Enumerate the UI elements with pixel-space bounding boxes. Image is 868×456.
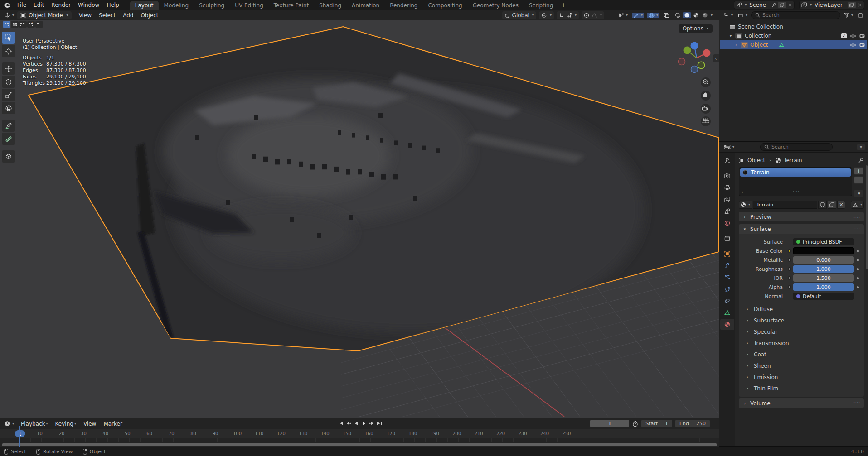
falloff-curve-icon[interactable] xyxy=(591,13,597,18)
workspace-tab-texture-paint[interactable]: Texture Paint xyxy=(269,1,314,10)
timeline-ruler[interactable]: 1 10203040506070809010011012013014015016… xyxy=(0,429,719,438)
outliner-editor-type-button[interactable]: ▾ xyxy=(722,13,734,18)
transform-tool[interactable] xyxy=(2,102,15,114)
subpanel-transmission[interactable]: ›Transmission xyxy=(739,337,862,349)
pivot-point-dropdown[interactable]: ▾ xyxy=(539,11,554,19)
mode-dropdown[interactable]: Object Mode ▾ xyxy=(17,11,72,19)
jump-to-end-button[interactable] xyxy=(376,419,383,427)
outliner-row-scene-collection[interactable]: Scene Collection xyxy=(720,22,867,31)
new-material-button[interactable] xyxy=(828,201,836,209)
properties-search-input[interactable]: Search xyxy=(760,143,833,151)
particles-tab[interactable] xyxy=(720,272,734,283)
shading-material-button[interactable] xyxy=(692,12,700,18)
field-base-color[interactable] xyxy=(793,247,854,254)
preview-panel-header[interactable]: › Preview :::: xyxy=(739,212,864,221)
scale-tool[interactable] xyxy=(2,89,15,101)
new-viewlayer-button[interactable] xyxy=(848,2,856,8)
timeline-menu-keying[interactable]: Keying▾ xyxy=(52,420,80,427)
select-mode-intersect[interactable] xyxy=(35,21,43,28)
next-keyframe-button[interactable] xyxy=(368,419,375,427)
delete-viewlayer-button[interactable]: × xyxy=(858,2,862,8)
menu-window[interactable]: Window xyxy=(74,1,103,9)
gizmo-axis-x-neg[interactable] xyxy=(679,58,685,65)
view-layer-tab[interactable] xyxy=(720,194,734,205)
viewport-menu-view[interactable]: View xyxy=(75,12,95,19)
viewlayer-selector[interactable]: ▾ ViewLayer × xyxy=(799,1,864,9)
shading-wireframe-button[interactable] xyxy=(674,12,682,18)
menu-edit[interactable]: Edit xyxy=(30,1,48,9)
current-frame-field[interactable]: 1 xyxy=(590,420,629,427)
collection-properties-tab[interactable] xyxy=(720,233,734,244)
subpanel-sheen[interactable]: ›Sheen xyxy=(739,360,862,371)
zoom-button[interactable] xyxy=(701,77,711,87)
sidebar-collapse-tab[interactable]: ‹ xyxy=(713,54,719,62)
caret-right-icon[interactable]: › xyxy=(734,43,738,47)
subpanel-specular[interactable]: ›Specular xyxy=(739,326,862,337)
camera-icon[interactable] xyxy=(859,43,865,47)
scene-tab[interactable] xyxy=(720,206,734,217)
snap-target-icon[interactable] xyxy=(566,13,572,18)
tool-tab[interactable] xyxy=(720,155,734,166)
outliner-display-mode-button[interactable]: ▾ xyxy=(737,13,749,18)
timeline-scrollbar[interactable] xyxy=(2,443,717,446)
xray-toggle[interactable] xyxy=(662,13,671,18)
new-scene-button[interactable] xyxy=(778,2,786,8)
slider-alpha[interactable]: 1.000 xyxy=(793,283,854,291)
breadcrumb-data[interactable]: Terrain xyxy=(784,157,802,163)
remove-slot-button[interactable]: − xyxy=(854,176,863,184)
subpanel-coat[interactable]: ›Coat xyxy=(739,349,862,360)
timeline-menu-marker[interactable]: Marker xyxy=(100,420,126,427)
gizmo-axis-z[interactable] xyxy=(691,42,698,50)
animate-dot[interactable] xyxy=(857,277,859,279)
object-properties-tab[interactable] xyxy=(720,248,734,259)
workspace-tab-rendering[interactable]: Rendering xyxy=(385,1,422,10)
shading-solid-button[interactable] xyxy=(683,12,691,18)
material-slot-list[interactable]: Terrain › :::: xyxy=(739,167,852,196)
animate-dot[interactable] xyxy=(857,250,859,252)
eye-icon[interactable] xyxy=(850,34,856,38)
fake-user-button[interactable] xyxy=(818,201,827,209)
slot-specials-button[interactable]: ▾ xyxy=(854,190,863,197)
chevron-down-icon[interactable]: ▾ xyxy=(728,34,733,38)
pin-icon[interactable] xyxy=(858,158,864,163)
delete-scene-button[interactable]: × xyxy=(788,2,792,8)
workspace-tab-geometry-nodes[interactable]: Geometry Nodes xyxy=(468,1,524,10)
field-normal[interactable]: Default xyxy=(793,293,854,300)
field-surface[interactable]: Principled BSDF xyxy=(793,238,854,245)
unlink-material-button[interactable]: × xyxy=(837,201,845,209)
subpanel-emission[interactable]: ›Emission xyxy=(739,371,862,383)
select-mode-extend[interactable] xyxy=(11,21,19,28)
play-button[interactable] xyxy=(360,419,367,427)
playhead-line[interactable] xyxy=(19,426,20,447)
modifiers-tab[interactable] xyxy=(720,260,734,271)
add-workspace-button[interactable]: + xyxy=(558,0,569,10)
select-box-tool[interactable] xyxy=(2,32,15,44)
browse-material-button[interactable]: ▾ xyxy=(739,201,752,209)
proportional-editing-controls[interactable]: ▾ xyxy=(582,11,604,19)
animate-dot[interactable] xyxy=(857,259,859,261)
magnet-icon[interactable] xyxy=(559,13,564,18)
gizmo-axis-y-neg[interactable] xyxy=(698,62,705,69)
volume-panel-header[interactable]: › Volume :::: xyxy=(739,398,864,408)
viewport-menu-add[interactable]: Add xyxy=(119,12,137,19)
show-gizmo-toggle[interactable]: ▾ xyxy=(632,13,644,18)
grip-icon[interactable]: :::: xyxy=(793,190,800,194)
link-material-to-button[interactable]: ▾ xyxy=(851,201,864,209)
add-slot-button[interactable]: + xyxy=(854,167,863,175)
workspace-tab-animation[interactable]: Animation xyxy=(347,1,384,10)
start-frame-field[interactable]: Start1 xyxy=(641,420,672,427)
world-tab[interactable] xyxy=(720,217,734,229)
timeline-editor-type-button[interactable]: ▾ xyxy=(3,421,15,427)
viewport-menu-select[interactable]: Select xyxy=(95,12,119,19)
slider-metallic[interactable]: 0.000 xyxy=(793,256,854,264)
menu-help[interactable]: Help xyxy=(103,1,122,9)
animate-dot[interactable] xyxy=(857,268,859,270)
expand-icon[interactable]: › xyxy=(742,190,743,194)
add-cube-tool[interactable] xyxy=(2,150,15,163)
pin-icon[interactable] xyxy=(771,3,776,8)
select-mode-subtract[interactable]: − xyxy=(19,21,27,28)
checkbox-icon[interactable]: ✓ xyxy=(841,33,847,38)
eye-icon[interactable] xyxy=(850,43,856,47)
workspace-tab-sculpting[interactable]: Sculpting xyxy=(194,1,229,10)
properties-editor-type-button[interactable]: ▾ xyxy=(723,144,736,150)
